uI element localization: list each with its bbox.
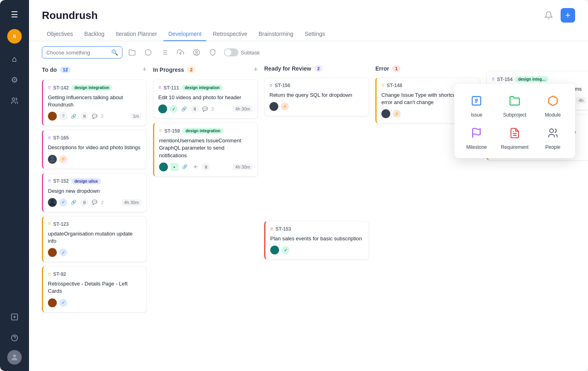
card-id: ST-152 (53, 178, 69, 184)
tab-backlog[interactable]: Backlog (79, 27, 109, 41)
tab-development[interactable]: Development (164, 27, 207, 41)
priority-dots-icon: ⠿ (269, 83, 272, 88)
pause-icon[interactable]: ⏸ (202, 163, 210, 171)
subtask-toggle[interactable]: Subtask (224, 48, 260, 56)
search-box[interactable]: 🔍 (42, 46, 122, 58)
list-icon[interactable] (158, 46, 171, 59)
avatar (269, 102, 278, 111)
tab-retrospective[interactable]: Retrospective (208, 27, 252, 41)
priority-dots-icon: ⠿ (492, 77, 495, 81)
time-badge: 4h (576, 97, 586, 104)
tag-design-integration: design integ... (515, 76, 549, 82)
svg-point-2 (12, 98, 15, 101)
priority-dots-icon: ⠿ (48, 179, 51, 183)
tab-settings[interactable]: Settings (300, 27, 330, 41)
link-icon[interactable]: 🔗 (181, 163, 189, 171)
toolbar: 🔍 Subtask (29, 41, 588, 64)
time-badge: 4h 30m (122, 199, 141, 206)
svg-point-24 (162, 164, 165, 167)
tab-brainstorming[interactable]: Brainstorming (254, 27, 298, 41)
upload-icon[interactable] (174, 46, 187, 59)
lightning-icon[interactable]: ⚡ (393, 110, 401, 118)
popup-item-people[interactable]: People (538, 124, 567, 150)
link-icon[interactable]: 🔗 (70, 198, 78, 206)
comment-icon[interactable]: 💬 (91, 112, 99, 120)
sidebar-logo: R (7, 29, 22, 44)
pause-icon[interactable]: ⏸ (80, 198, 88, 206)
popup-item-issue[interactable]: Issue (462, 92, 491, 118)
svg-point-17 (196, 51, 198, 53)
tab-objectives[interactable]: Objectives (42, 27, 78, 41)
sidebar-item-people[interactable] (6, 93, 23, 109)
in-progress-add-button[interactable]: + (253, 65, 258, 74)
todo-add-button[interactable]: + (142, 65, 147, 74)
pause-icon[interactable]: ⏸ (190, 105, 199, 113)
square-icon[interactable]: ▪ (170, 163, 178, 171)
cube-icon[interactable] (142, 46, 155, 59)
card-id: ST-123 (53, 221, 69, 227)
search-input[interactable] (46, 50, 109, 56)
card-title: Getting Influencers talking about Roundr… (48, 94, 141, 108)
svg-point-25 (272, 104, 275, 106)
card-title: Plan sales events for basic subscription (270, 235, 364, 242)
lightning-icon[interactable]: ⚡ (59, 155, 67, 163)
check-icon[interactable]: ✓ (59, 248, 67, 256)
sidebar-hamburger[interactable]: ☰ (8, 6, 21, 23)
tag-design-integration: design integration (182, 128, 224, 134)
link-icon[interactable]: 🔗 (180, 105, 188, 113)
sidebar-item-home[interactable]: ⌂ (6, 51, 23, 67)
page-title: Roundrush (42, 9, 98, 22)
card-title: mentionUsernames IssueComment GraphQL pa… (159, 137, 253, 159)
card-st153: ⠿ ST-153 Plan sales events for basic sub… (264, 221, 369, 260)
user-avatar[interactable] (7, 350, 22, 365)
check-icon[interactable]: ✓ (282, 246, 290, 254)
popup-label-issue: Issue (471, 112, 482, 118)
card-footer: ✓ 🔗 ⏸ 💬 2 4h 30m (48, 198, 141, 207)
comment-icon[interactable]: 💬 (201, 105, 209, 113)
add-button[interactable]: + (561, 8, 575, 23)
popup-item-milestone[interactable]: Milestone (462, 124, 491, 150)
card-footer: ⚡ (48, 155, 141, 164)
priority-dots-icon: ⠿ (158, 85, 161, 90)
card-title: Retrospective - Details Page - Left Card… (48, 280, 141, 295)
in-progress-count-badge: 2 (187, 67, 195, 73)
question-icon[interactable]: ? (59, 112, 67, 120)
popup-item-module[interactable]: Module (538, 92, 567, 118)
check-icon[interactable]: ✓ (59, 299, 67, 307)
issue-icon (468, 92, 485, 110)
priority-dots-icon: ⠿ (159, 129, 162, 133)
tab-iteration-planner[interactable]: Iteration Planner (111, 27, 162, 41)
shield-icon[interactable] (206, 46, 219, 59)
lightning-icon[interactable]: ⚡ (281, 102, 289, 110)
popup-item-subproject[interactable]: Subproject (501, 92, 529, 118)
card-id: ST-153 (275, 226, 291, 232)
folder-icon[interactable] (126, 46, 139, 59)
search-icon[interactable]: 🔍 (111, 49, 118, 56)
add-type-popup: Issue Subproject Module Milestone (454, 84, 575, 158)
card-footer: ? 🔗 ⏸ 💬 2 1m (48, 112, 141, 121)
check-icon[interactable]: ✓ (59, 198, 67, 206)
sidebar-item-add[interactable] (6, 309, 23, 325)
comment-icon[interactable]: 💬 (91, 198, 99, 206)
user-circle-icon[interactable] (190, 46, 203, 59)
time-badge: 1m (130, 113, 141, 119)
sidebar-item-help[interactable] (6, 330, 23, 346)
card-title: Return the query SQL for dropdown (269, 92, 364, 99)
svg-point-26 (273, 247, 276, 250)
toggle-switch[interactable] (224, 48, 238, 56)
notifications-button[interactable] (541, 8, 556, 23)
avatar (158, 104, 167, 113)
svg-point-22 (51, 300, 54, 302)
header-actions: + (541, 8, 575, 23)
eye-icon[interactable]: 👁 (191, 163, 199, 171)
check-icon[interactable]: ✓ (170, 105, 178, 113)
sidebar-item-settings[interactable]: ⚙ (6, 72, 23, 88)
link-icon[interactable]: 🔗 (70, 112, 78, 120)
column-title-todo: To do 12 (42, 67, 70, 73)
priority-dots-icon: ⠿ (381, 83, 384, 88)
popup-item-requirement[interactable]: Requirement (501, 124, 529, 150)
card-title: Edit 10 videos and photo for header (158, 94, 253, 101)
pause-icon[interactable]: ⏸ (80, 112, 88, 120)
card-id: ST-165 (53, 135, 69, 141)
tag-design-integration: design integration (182, 85, 223, 91)
